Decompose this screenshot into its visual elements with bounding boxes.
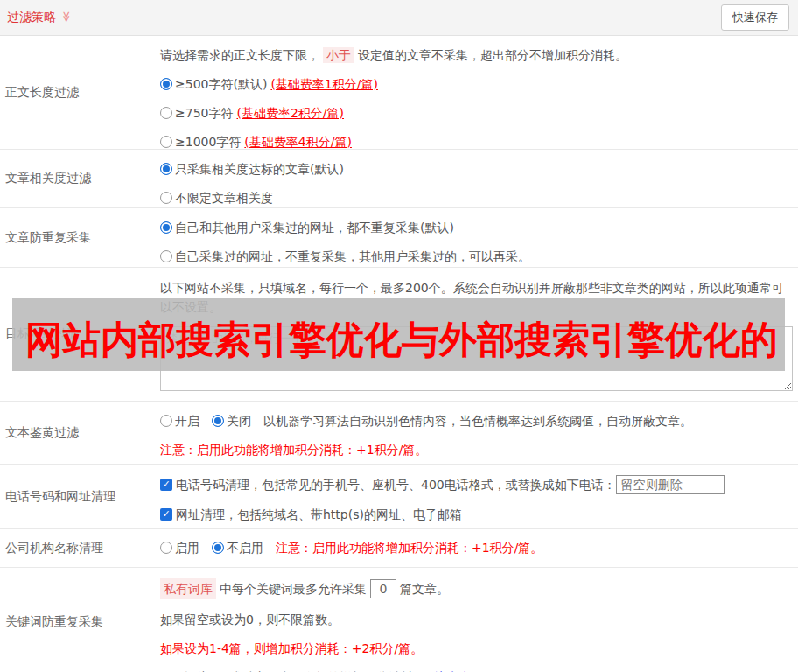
section-title-filter-strategy[interactable]: 过滤策略 ≫ xyxy=(7,10,73,25)
radio-selected-icon[interactable] xyxy=(160,78,172,90)
row-label-phone-url-clean: 电话号码和网址清理 xyxy=(0,465,160,528)
checkbox-checked-icon[interactable]: ✓ xyxy=(160,479,172,491)
keyword-note-zero: 如果留空或设为0，则不限篇数。 xyxy=(160,611,793,628)
porn-filter-options: 开启 关闭 以机器学习算法自动识别色情内容，当色情概率达到系统阈值，自动屏蔽文章… xyxy=(160,412,793,430)
row-dedup-filter: 文章防重复采集 自己和其他用户采集过的网址，都不重复采集(默认) 自己采集过的网… xyxy=(0,208,798,268)
radio-selected-icon[interactable] xyxy=(212,542,224,554)
length-option-500-note: (基础费率1积分/篇) xyxy=(270,75,378,93)
quick-save-button[interactable]: 快速保存 xyxy=(721,4,789,31)
radio-unselected-icon[interactable] xyxy=(160,542,172,554)
relevance-option-strict[interactable]: 只采集相关度达标的文章(默认) xyxy=(160,160,793,178)
porn-option-off-label[interactable]: 关闭 xyxy=(227,412,251,430)
row-label-keyword-dedup: 关键词防重复采集 xyxy=(0,568,160,672)
section-title-label: 过滤策略 xyxy=(7,10,56,24)
phone-clean-label[interactable]: 电话号码清理，包括常见的手机号、座机号、400电话格式，或替换成如下电话： xyxy=(176,476,616,494)
row-company-clean: 公司机构名称清理 启用 不启用 注意：启用此功能将增加积分消耗：+1积分/篇。 xyxy=(0,529,798,568)
relevance-option-any-label: 不限定文章相关度 xyxy=(175,189,273,206)
length-option-1000-note: (基础费率4积分/篇) xyxy=(244,133,352,150)
row-phone-url-clean: 电话号码和网址清理 ✓ 电话号码清理，包括常见的手机号、座机号、400电话格式，… xyxy=(0,465,798,529)
keyword-note-5plus: 如果设为5篇或以上，也不会额外增加积分消耗。 注意事项≫ xyxy=(160,668,793,672)
row-label-target-site: 目标网站过滤 xyxy=(0,268,160,401)
dedup-option-all-users[interactable]: 自己和其他用户采集过的网址，都不重复采集(默认) xyxy=(160,219,793,236)
keyword-limit-line: 私有词库 中每个关键词最多允许采集 篇文章。 xyxy=(160,578,793,599)
row-content-length-filter: 正文长度过滤 请选择需求的正文长度下限，小于设定值的文章不采集，超出部分不增加积… xyxy=(0,36,798,150)
blocked-domains-textarea[interactable] xyxy=(160,326,793,391)
topbar: 过滤策略 ≫ 快速保存 xyxy=(0,0,798,36)
keyword-limit-input[interactable] xyxy=(370,579,396,598)
private-lexicon-badge[interactable]: 私有词库 xyxy=(160,578,216,599)
company-option-off-label[interactable]: 不启用 xyxy=(227,539,263,556)
porn-filter-note: 注意：启用此功能将增加积分消耗：+1积分/篇。 xyxy=(160,441,793,458)
row-relevance-filter: 文章相关度过滤 只采集相关度达标的文章(默认) 不限定文章相关度 xyxy=(0,150,798,208)
phone-clean-option: ✓ 电话号码清理，包括常见的手机号、座机号、400电话格式，或替换成如下电话： xyxy=(160,475,793,494)
radio-unselected-icon[interactable] xyxy=(160,415,172,427)
radio-unselected-icon[interactable] xyxy=(160,136,172,148)
row-content: 请选择需求的正文长度下限，小于设定值的文章不采集，超出部分不增加积分消耗。 ≥5… xyxy=(160,36,798,149)
checkbox-checked-icon[interactable]: ✓ xyxy=(160,508,172,521)
dedup-option-self-only[interactable]: 自己采集过的网址，不重复采集，其他用户采集过的，可以再采。 xyxy=(160,248,793,265)
radio-selected-icon[interactable] xyxy=(160,163,172,175)
keyword-limit-text: 中每个关键词最多允许采集 xyxy=(220,580,367,598)
length-intro: 请选择需求的正文长度下限，小于设定值的文章不采集，超出部分不增加积分消耗。 xyxy=(160,46,793,64)
length-intro-suffix: 设定值的文章不采集，超出部分不增加积分消耗。 xyxy=(358,48,627,62)
company-option-on-label[interactable]: 启用 xyxy=(175,539,200,556)
radio-unselected-icon[interactable] xyxy=(160,107,172,119)
url-clean-option: ✓ 网址清理，包括纯域名、带http(s)的网址、电子邮箱 xyxy=(160,506,793,523)
row-label-dedup: 文章防重复采集 xyxy=(0,208,160,267)
row-content: 只采集相关度达标的文章(默认) 不限定文章相关度 xyxy=(160,150,798,207)
row-label-relevance: 文章相关度过滤 xyxy=(0,150,160,207)
url-clean-label[interactable]: 网址清理，包括纯域名、带http(s)的网址、电子邮箱 xyxy=(176,506,462,523)
relevance-option-any[interactable]: 不限定文章相关度 xyxy=(160,189,793,206)
length-option-1000[interactable]: ≥1000字符 (基础费率4积分/篇) xyxy=(160,133,793,150)
radio-selected-icon[interactable] xyxy=(212,415,224,427)
length-intro-highlight: 小于 xyxy=(323,47,354,63)
dedup-option-self-only-label: 自己采集过的网址，不重复采集，其他用户采集过的，可以再采。 xyxy=(175,248,530,265)
length-option-750-note: (基础费率2积分/篇) xyxy=(236,104,344,122)
company-clean-options: 启用 不启用 注意：启用此功能将增加积分消耗：+1积分/篇。 xyxy=(160,539,793,556)
length-option-500-label: ≥500字符(默认) xyxy=(175,75,267,93)
length-option-1000-label: ≥1000字符 xyxy=(175,133,241,150)
row-target-site-filter: 目标网站过滤 以下网站不采集，只填域名，每行一个，最多200个。系统会自动识别并… xyxy=(0,268,798,402)
porn-filter-desc: 以机器学习算法自动识别色情内容，当色情概率达到系统阈值，自动屏蔽文章。 xyxy=(263,412,692,430)
porn-option-on-label[interactable]: 开启 xyxy=(175,412,200,430)
dedup-option-all-users-label: 自己和其他用户采集过的网址，都不重复采集(默认) xyxy=(175,219,454,236)
row-label-company-clean: 公司机构名称清理 xyxy=(0,529,160,567)
row-label-content-length: 正文长度过滤 xyxy=(0,36,160,149)
target-intro: 以下网站不采集，只填域名，每行一个，最多200个。系统会自动识别并屏蔽那些非文章… xyxy=(160,278,786,317)
length-option-500[interactable]: ≥500字符(默认) (基础费率1积分/篇) xyxy=(160,75,793,93)
chevron-down-icon: ≫ xyxy=(61,11,74,23)
row-content: 启用 不启用 注意：启用此功能将增加积分消耗：+1积分/篇。 xyxy=(160,529,798,567)
row-content: 开启 关闭 以机器学习算法自动识别色情内容，当色情概率达到系统阈值，自动屏蔽文章… xyxy=(160,402,798,464)
keyword-note-1-4: 如果设为1-4篇，则增加积分消耗：+2积分/篇。 xyxy=(160,640,793,657)
length-option-750[interactable]: ≥750字符 (基础费率2积分/篇) xyxy=(160,104,793,122)
row-label-porn-filter: 文本鉴黄过滤 xyxy=(0,402,160,464)
row-porn-filter: 文本鉴黄过滤 开启 关闭 以机器学习算法自动识别色情内容，当色情概率达到系统阈值… xyxy=(0,402,798,465)
row-content: 私有词库 中每个关键词最多允许采集 篇文章。 如果留空或设为0，则不限篇数。 如… xyxy=(160,568,798,672)
length-intro-prefix: 请选择需求的正文长度下限， xyxy=(160,48,319,62)
row-content: 以下网站不采集，只填域名，每行一个，最多200个。系统会自动识别并屏蔽那些非文章… xyxy=(160,268,798,401)
row-keyword-dedup: 关键词防重复采集 私有词库 中每个关键词最多允许采集 篇文章。 如果留空或设为0… xyxy=(0,568,798,672)
company-clean-note: 注意：启用此功能将增加积分消耗：+1积分/篇。 xyxy=(276,539,542,556)
length-option-750-label: ≥750字符 xyxy=(175,104,233,122)
radio-selected-icon[interactable] xyxy=(160,221,172,234)
relevance-option-strict-label: 只采集相关度达标的文章(默认) xyxy=(175,160,344,178)
radio-unselected-icon[interactable] xyxy=(160,192,172,204)
row-content: ✓ 电话号码清理，包括常见的手机号、座机号、400电话格式，或替换成如下电话： … xyxy=(160,465,798,528)
keyword-limit-suffix: 篇文章。 xyxy=(400,580,449,598)
replacement-phone-input[interactable] xyxy=(616,475,724,494)
row-content: 自己和其他用户采集过的网址，都不重复采集(默认) 自己采集过的网址，不重复采集，… xyxy=(160,208,798,267)
radio-unselected-icon[interactable] xyxy=(160,250,172,262)
filter-settings-page: 过滤策略 ≫ 快速保存 正文长度过滤 请选择需求的正文长度下限，小于设定值的文章… xyxy=(0,0,798,672)
